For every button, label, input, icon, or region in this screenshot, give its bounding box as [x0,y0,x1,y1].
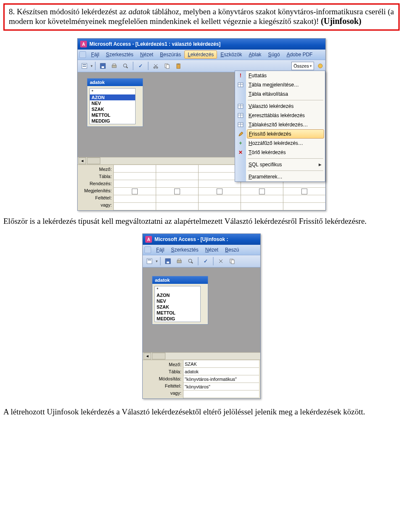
cut-button[interactable] [216,256,226,266]
preview-button[interactable] [120,61,131,71]
grid-cell[interactable] [241,203,283,210]
grid-cell[interactable] [156,180,198,188]
field-*[interactable]: * [90,89,135,94]
field-MEDDIG[interactable]: MEDDIG [155,316,200,322]
scroll-thumb[interactable] [152,353,165,359]
menu-fájl[interactable]: Fájl [88,50,102,59]
grid-cell[interactable] [199,203,241,210]
save-button[interactable] [98,61,108,71]
spell-button[interactable]: ✓ [136,61,146,71]
hscrollbar-2[interactable]: ◄ [143,352,260,359]
menu-item-törlő-lekérdezés[interactable]: ✕Törlő lekérdezés [235,148,325,157]
menu-item-tábla-eltávolítása[interactable]: Tábla eltávolítása [235,89,325,99]
grid-column[interactable] [156,165,198,210]
grid-cell[interactable] [199,180,241,188]
menu-adobe pdf[interactable]: Adobe PDF [283,50,316,59]
grid-cell[interactable] [199,165,241,173]
grid-cell[interactable] [114,180,156,188]
show-checkbox[interactable] [217,189,222,194]
menu-item-futtatás[interactable]: !Futtatás [235,71,325,80]
grid-cell[interactable] [156,173,198,180]
menu-nézet[interactable]: Nézet [137,50,157,59]
grid-cell[interactable] [241,188,283,195]
field-list-2[interactable]: *AZONNEVSZAKMETTOLMEDDIG [154,286,201,322]
mdi-control-icon[interactable] [144,246,151,253]
view-dropdown-button[interactable] [144,256,154,266]
menu-item-táblakészítő-lekérdezés-[interactable]: Táblakészítő lekérdezés… [235,120,325,129]
field-METTOL[interactable]: METTOL [155,310,200,316]
grid-cell[interactable] [114,173,156,180]
grid-cell[interactable] [156,188,198,195]
grid-cell[interactable]: SZAK [183,360,259,368]
grid-cell[interactable]: "könyvtáros-informatikus" [183,375,259,383]
field-list-1[interactable]: *AZONNEVSZAKMETTOLMEDDIG [89,88,136,124]
field-METTOL[interactable]: METTOL [90,112,135,118]
grid-column[interactable]: SZAKadatok"könyvtáros-informatikus""köny… [183,360,259,398]
grid-cell[interactable] [114,165,156,173]
print-button[interactable] [174,256,184,266]
grid-cell[interactable] [156,203,198,210]
menu-ablak[interactable]: Ablak [246,50,265,59]
grid-cell[interactable] [199,195,241,203]
limit-dropdown[interactable]: Összes ▾ [291,62,314,70]
field-*[interactable]: * [155,286,200,292]
print-button[interactable] [109,61,119,71]
show-checkbox[interactable] [301,189,307,194]
menu-item-tábla-megjelenítése-[interactable]: Tábla megjelenítése… [235,80,325,89]
menu-item-kereszttáblás-lekérdezés[interactable]: Kereszttáblás lekérdezés [235,111,325,120]
grid-cell[interactable] [241,195,283,203]
menu-lekérdezés[interactable]: Lekérdezés [184,50,217,59]
menu-nézet[interactable]: Nézet [202,246,222,254]
scroll-left-icon[interactable]: ◄ [144,353,151,359]
menu-item-sql-specifikus[interactable]: SQL specifikus▶ [235,160,325,169]
grid-cell[interactable]: adatok [183,368,259,375]
grid-cell[interactable] [283,203,325,210]
grid-cell[interactable] [114,188,156,195]
grid-column[interactable] [198,165,241,210]
preview-button[interactable] [186,256,196,266]
menu-item-paraméterek-[interactable]: Paraméterek… [235,172,325,181]
scroll-left-icon[interactable]: ◄ [79,157,86,164]
menu-súgó[interactable]: Súgó [265,50,283,59]
menu-eszközök[interactable]: Eszközök [217,50,245,59]
show-checkbox[interactable] [259,189,265,194]
view-dropdown-button[interactable] [79,61,89,71]
table-box-1[interactable]: adatok *AZONNEVSZAKMETTOLMEDDIG [87,78,143,127]
table-box-2[interactable]: adatok *AZONNEVSZAKMETTOLMEDDIG [152,276,208,325]
menu-item-frissítő-lekérdezés[interactable]: Frissítő lekérdezés [247,129,324,139]
field-MEDDIG[interactable]: MEDDIG [90,118,135,124]
field-NEV[interactable]: NEV [90,100,135,106]
grid-column[interactable] [113,165,156,210]
menu-fájl[interactable]: Fájl [153,246,167,254]
menu-beszúrás[interactable]: Beszúrás [157,50,184,59]
cut-button[interactable] [151,61,161,71]
paste-button[interactable] [173,61,183,71]
menu-item-választó-lekérdezés[interactable]: Választó lekérdezés [235,102,325,111]
mdi-control-icon[interactable] [79,51,86,58]
grid-cell[interactable] [114,195,156,203]
grid-cell[interactable] [156,165,198,173]
menu-szerkesztés[interactable]: Szerkesztés [167,246,202,254]
scroll-thumb[interactable] [87,157,100,164]
field-AZON[interactable]: AZON [90,94,135,100]
grid-cell[interactable] [283,195,325,203]
copy-button[interactable] [227,256,237,266]
design-grid-2[interactable]: Mező:Tábla:Módosítás:Feltétel:vagy: SZAK… [143,359,260,398]
grid-cell[interactable] [283,188,325,195]
menu-item-hozzáfűző-lekérdezés-[interactable]: +Hozzáfűző lekérdezés… [235,139,325,148]
spell-button[interactable]: ✓ [201,256,211,266]
grid-cell[interactable] [183,390,259,398]
menu-beszú[interactable]: Beszú [222,246,242,254]
grid-cell[interactable] [156,195,198,203]
grid-cell[interactable] [199,188,241,195]
grid-cell[interactable] [199,173,241,180]
save-button[interactable] [163,256,173,266]
grid-cell[interactable]: "könyvtáros" [183,383,259,390]
field-SZAK[interactable]: SZAK [90,106,135,112]
field-SZAK[interactable]: SZAK [155,304,200,310]
show-checkbox[interactable] [174,189,180,194]
grid-cell[interactable] [114,203,156,210]
show-checkbox[interactable] [132,189,138,194]
help-button[interactable] [315,61,325,71]
menu-szerkesztés[interactable]: Szerkesztés [102,50,136,59]
